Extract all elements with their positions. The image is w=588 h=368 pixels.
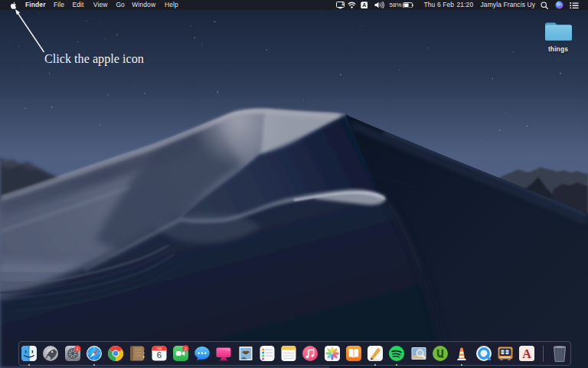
svg-text:FEB: FEB xyxy=(156,347,162,350)
svg-text:6: 6 xyxy=(156,351,161,360)
svg-text:A: A xyxy=(362,2,366,8)
svg-text:A: A xyxy=(522,347,531,360)
svg-text:1: 1 xyxy=(341,2,344,6)
